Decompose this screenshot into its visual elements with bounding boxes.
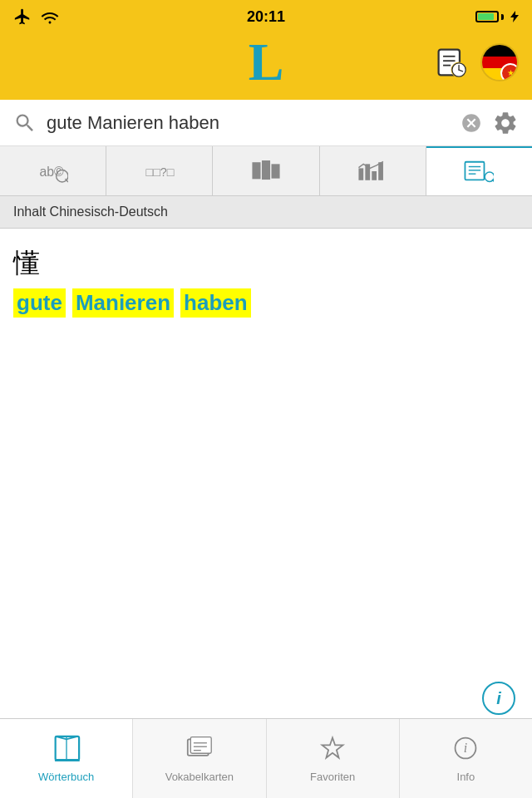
svg-text:ab©: ab© — [39, 164, 64, 178]
tab-abc[interactable]: ab© — [0, 146, 106, 195]
status-time: 20:11 — [247, 8, 285, 26]
main-content: 懂 gute Manieren haben — [0, 229, 532, 334]
tab-content[interactable] — [426, 146, 532, 195]
header-actions: ★ — [436, 43, 519, 81]
svg-rect-15 — [359, 168, 364, 180]
word-gute: gute — [13, 288, 66, 318]
svg-rect-12 — [252, 162, 260, 179]
history-button[interactable] — [436, 47, 467, 78]
language-selector[interactable]: ★ — [480, 43, 519, 81]
nav-vokabelkarten[interactable]: Vokabelkarten — [133, 719, 266, 798]
svg-text:□□?□: □□?□ — [145, 165, 174, 178]
search-input-wrapper[interactable]: gute Manieren haben — [47, 112, 482, 134]
svg-rect-14 — [271, 164, 279, 178]
vokabelkarten-icon — [185, 735, 214, 766]
search-input[interactable]: gute Manieren haben — [47, 112, 454, 134]
svg-rect-18 — [378, 162, 383, 180]
chinese-character: 懂 — [13, 245, 519, 282]
nav-info[interactable]: i Info — [400, 719, 532, 798]
search-bar: gute Manieren haben — [0, 100, 532, 146]
svg-text:i: i — [464, 741, 467, 755]
nav-vokabelkarten-label: Vokabelkarten — [165, 771, 234, 783]
tab-fulltext[interactable]: □□?□ — [106, 146, 213, 195]
charging-icon — [510, 11, 519, 22]
word-manieren: Manieren — [72, 288, 174, 318]
bottom-nav: Wörterbuch Vokabelkarten Favoriten — [0, 718, 532, 798]
status-right — [475, 11, 519, 22]
nav-woerterbuch-label: Wörterbuch — [38, 771, 94, 783]
nav-info-label: Info — [457, 771, 475, 783]
settings-button[interactable] — [492, 110, 519, 136]
status-left — [13, 7, 60, 26]
search-icon — [13, 111, 37, 135]
info-nav-icon: i — [451, 735, 480, 766]
app-logo: L — [249, 36, 284, 89]
tab-chart[interactable] — [320, 146, 426, 195]
content-header: Inhalt Chinesisch-Deutsch — [0, 196, 532, 229]
airplane-icon — [13, 7, 32, 26]
nav-woerterbuch[interactable]: Wörterbuch — [0, 719, 133, 798]
nav-favoriten[interactable]: Favoriten — [267, 719, 400, 798]
nav-favoriten-label: Favoriten — [310, 771, 355, 783]
status-bar: 20:11 — [0, 0, 532, 33]
svg-rect-13 — [262, 160, 270, 180]
app-header: L ★ — [0, 33, 532, 100]
tab-map[interactable] — [213, 146, 319, 195]
favoriten-icon — [318, 735, 347, 766]
search-tabs: ab© □□?□ — [0, 146, 532, 196]
info-float-icon: i — [496, 689, 501, 708]
info-float-button[interactable]: i — [482, 682, 515, 715]
word-haben: haben — [180, 288, 251, 318]
svg-rect-17 — [372, 171, 377, 180]
battery-indicator — [475, 11, 504, 22]
wifi-icon — [40, 9, 60, 24]
svg-line-24 — [493, 180, 494, 182]
woerterbuch-icon — [52, 735, 81, 766]
clear-button[interactable] — [461, 112, 482, 134]
result-phrase[interactable]: gute Manieren haben — [13, 288, 519, 318]
